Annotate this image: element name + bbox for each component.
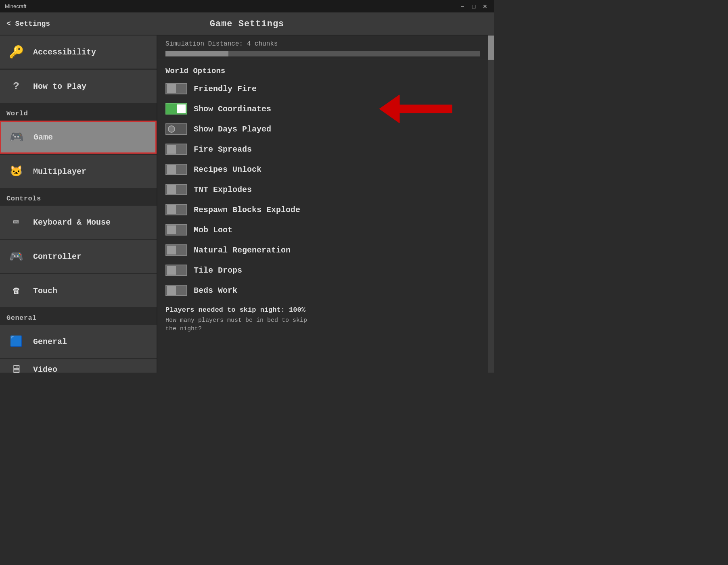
svg-marker-0 (379, 95, 452, 123)
sidebar-item-keyboard-mouse-label: Keyboard & Mouse (33, 218, 111, 227)
minimize-button[interactable]: − (458, 2, 467, 10)
recipes-unlock-toggle[interactable] (165, 164, 187, 175)
simulation-distance-section: Simulation Distance: 4 chunks (157, 35, 488, 60)
toggle-row-respawn-blocks-explode: Respawn Blocks Explode (157, 200, 488, 220)
toggle-row-fire-spreads: Fire Spreads (157, 139, 488, 159)
respawn-blocks-explode-label: Respawn Blocks Explode (194, 205, 300, 215)
skip-night-title: Players needed to skip night: 100% (165, 306, 480, 314)
app-title: Minecraft (5, 3, 26, 9)
titlebar: Minecraft − □ ✕ (0, 0, 494, 13)
friendly-fire-label: Friendly Fire (194, 84, 257, 94)
world-options-label: World Options (157, 60, 488, 79)
tnt-explodes-toggle[interactable] (165, 184, 187, 195)
video-icon: 🖥 (6, 359, 27, 373)
recipes-unlock-label: Recipes Unlock (194, 165, 261, 174)
multiplayer-icon: 🐱 (6, 161, 27, 182)
sidebar-item-accessibility[interactable]: 🔑 Accessibility (0, 35, 157, 69)
toggle-knob (167, 165, 176, 174)
game-controller-icon: 🎮 (6, 127, 27, 148)
toggle-row-show-coordinates: Show Coordinates (157, 99, 488, 119)
content-area: 🔑 Accessibility ? How to Play World 🎮 Ga… (0, 35, 494, 373)
toggle-row-recipes-unlock: Recipes Unlock (157, 159, 488, 179)
maximize-button[interactable]: □ (470, 2, 478, 10)
natural-regeneration-toggle[interactable] (165, 244, 187, 256)
tile-drops-label: Tile Drops (194, 266, 242, 275)
respawn-blocks-explode-toggle[interactable] (165, 204, 187, 215)
toggle-row-mob-loot: Mob Loot (157, 220, 488, 240)
toggle-knob (167, 84, 176, 93)
sidebar-item-controller-label: Controller (33, 252, 82, 261)
main-content: Simulation Distance: 4 chunks World Opti… (157, 35, 494, 373)
toggle-circle-knob (168, 125, 175, 133)
sidebar-item-touch[interactable]: ☎ Touch (0, 274, 157, 307)
key-icon: 🔑 (6, 42, 27, 63)
mob-loot-toggle[interactable] (165, 224, 187, 236)
sidebar-item-touch-label: Touch (33, 286, 57, 296)
fire-spreads-label: Fire Spreads (194, 145, 252, 154)
sidebar-item-multiplayer-label: Multiplayer (33, 167, 86, 176)
sidebar-item-game[interactable]: 🎮 Game (0, 121, 157, 154)
toggle-row-tnt-explodes: TNT Explodes (157, 179, 488, 200)
toggle-knob (177, 104, 186, 113)
page-title: Game Settings (210, 19, 285, 29)
sidebar-item-accessibility-label: Accessibility (33, 48, 96, 57)
tnt-explodes-label: TNT Explodes (194, 185, 252, 194)
sidebar-item-video[interactable]: 🖥 Video (0, 359, 157, 373)
main-content-inner: Simulation Distance: 4 chunks World Opti… (157, 35, 494, 339)
general-section-label: General (0, 309, 157, 325)
fire-spreads-toggle[interactable] (165, 144, 187, 155)
cube-icon: 🟦 (6, 331, 27, 352)
sidebar-item-controller[interactable]: 🎮 Controller (0, 240, 157, 273)
friendly-fire-toggle[interactable] (165, 83, 187, 94)
keyboard-icon: ⌨ (6, 212, 27, 233)
sidebar-item-game-label: Game (33, 133, 53, 142)
tile-drops-toggle[interactable] (165, 265, 187, 276)
controller-icon: 🎮 (6, 246, 27, 267)
beds-work-toggle[interactable] (165, 285, 187, 296)
sidebar-item-multiplayer[interactable]: 🐱 Multiplayer (0, 155, 157, 188)
skip-night-description: How many players must be in bed to skipt… (165, 316, 480, 333)
touch-icon: ☎ (6, 280, 27, 301)
world-section-label: World (0, 104, 157, 121)
show-days-played-toggle[interactable] (165, 123, 187, 135)
toggle-knob (167, 185, 176, 194)
sidebar-item-how-to-play[interactable]: ? How to Play (0, 70, 157, 103)
sidebar-item-general-label: General (33, 337, 67, 346)
mob-loot-label: Mob Loot (194, 225, 232, 235)
show-coordinates-toggle[interactable] (165, 103, 187, 115)
toggle-row-natural-regeneration: Natural Regeneration (157, 240, 488, 260)
sidebar-item-keyboard-mouse[interactable]: ⌨ Keyboard & Mouse (0, 206, 157, 239)
toggle-row-tile-drops: Tile Drops (157, 260, 488, 280)
app-container: < Settings Game Settings 🔑 Accessibility… (0, 13, 494, 373)
natural-regeneration-label: Natural Regeneration (194, 246, 291, 255)
header: < Settings Game Settings (0, 13, 494, 35)
toggle-knob (167, 266, 176, 275)
show-coordinates-label: Show Coordinates (194, 104, 271, 114)
toggle-row-beds-work: Beds Work (157, 280, 488, 300)
toggle-knob (167, 246, 176, 254)
sidebar-item-general[interactable]: 🟦 General (0, 325, 157, 358)
toggle-knob (167, 286, 176, 295)
red-arrow-annotation (375, 91, 456, 127)
simulation-distance-label: Simulation Distance: 4 chunks (165, 40, 480, 48)
bottom-text-section: Players needed to skip night: 100% How m… (157, 300, 488, 339)
toggle-knob (167, 225, 176, 234)
simulation-distance-track[interactable] (165, 51, 480, 56)
beds-work-label: Beds Work (194, 286, 237, 295)
toggle-knob (167, 205, 176, 214)
sidebar-item-how-to-play-label: How to Play (33, 82, 86, 91)
back-button[interactable]: < Settings (6, 20, 50, 28)
scrollbar-thumb[interactable] (488, 35, 494, 60)
toggle-knob (167, 145, 176, 154)
arrow-svg (375, 91, 456, 127)
window-controls: − □ ✕ (458, 2, 489, 10)
simulation-distance-fill (165, 51, 228, 56)
question-icon: ? (6, 76, 27, 97)
controls-section-label: Controls (0, 189, 157, 206)
close-button[interactable]: ✕ (481, 2, 489, 10)
sidebar: 🔑 Accessibility ? How to Play World 🎮 Ga… (0, 35, 157, 373)
show-days-played-label: Show Days Played (194, 125, 271, 134)
sidebar-item-video-label: Video (33, 365, 57, 373)
main-scrollbar[interactable] (488, 35, 494, 373)
